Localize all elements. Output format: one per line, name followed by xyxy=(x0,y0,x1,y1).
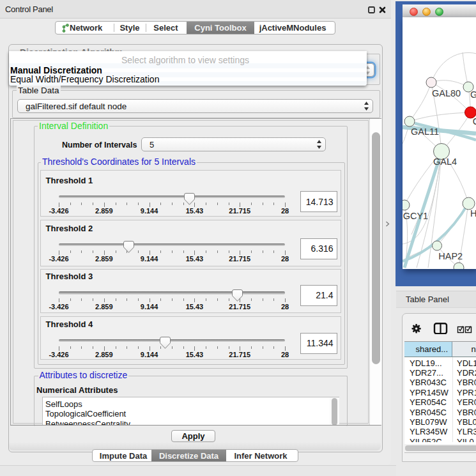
svg-text:GAL11: GAL11 xyxy=(411,127,439,137)
svg-text:C: C xyxy=(473,116,476,127)
svg-text:GCY1: GCY1 xyxy=(403,211,429,221)
svg-text:GAL80: GAL80 xyxy=(432,88,461,98)
svg-text:H: H xyxy=(470,208,476,219)
svg-text:GAL4: GAL4 xyxy=(433,157,457,167)
svg-text:G.: G. xyxy=(470,89,476,100)
svg-text:HAP2: HAP2 xyxy=(438,251,463,261)
